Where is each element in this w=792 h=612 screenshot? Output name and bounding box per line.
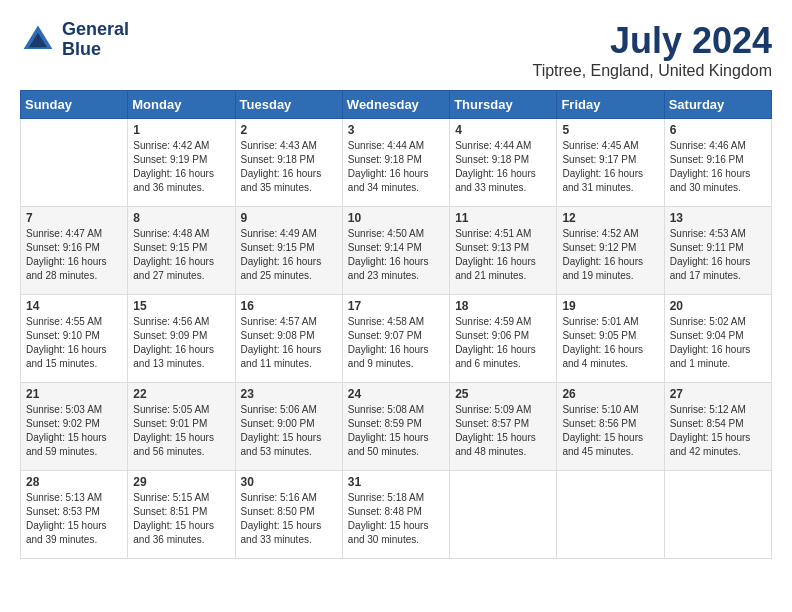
calendar-cell: 16Sunrise: 4:57 AM Sunset: 9:08 PM Dayli…	[235, 295, 342, 383]
calendar-cell: 22Sunrise: 5:05 AM Sunset: 9:01 PM Dayli…	[128, 383, 235, 471]
col-wednesday: Wednesday	[342, 91, 449, 119]
calendar-cell: 1Sunrise: 4:42 AM Sunset: 9:19 PM Daylig…	[128, 119, 235, 207]
cell-info: Sunrise: 4:57 AM Sunset: 9:08 PM Dayligh…	[241, 315, 337, 371]
day-number: 19	[562, 299, 658, 313]
day-number: 27	[670, 387, 766, 401]
calendar-cell: 28Sunrise: 5:13 AM Sunset: 8:53 PM Dayli…	[21, 471, 128, 559]
col-friday: Friday	[557, 91, 664, 119]
cell-info: Sunrise: 5:05 AM Sunset: 9:01 PM Dayligh…	[133, 403, 229, 459]
day-number: 1	[133, 123, 229, 137]
calendar-body: 1Sunrise: 4:42 AM Sunset: 9:19 PM Daylig…	[21, 119, 772, 559]
calendar-cell: 31Sunrise: 5:18 AM Sunset: 8:48 PM Dayli…	[342, 471, 449, 559]
cell-info: Sunrise: 4:51 AM Sunset: 9:13 PM Dayligh…	[455, 227, 551, 283]
cell-info: Sunrise: 4:47 AM Sunset: 9:16 PM Dayligh…	[26, 227, 122, 283]
cell-info: Sunrise: 4:58 AM Sunset: 9:07 PM Dayligh…	[348, 315, 444, 371]
calendar-cell: 21Sunrise: 5:03 AM Sunset: 9:02 PM Dayli…	[21, 383, 128, 471]
title-area: July 2024 Tiptree, England, United Kingd…	[532, 20, 772, 80]
cell-info: Sunrise: 4:52 AM Sunset: 9:12 PM Dayligh…	[562, 227, 658, 283]
cell-info: Sunrise: 4:42 AM Sunset: 9:19 PM Dayligh…	[133, 139, 229, 195]
calendar-cell: 8Sunrise: 4:48 AM Sunset: 9:15 PM Daylig…	[128, 207, 235, 295]
col-monday: Monday	[128, 91, 235, 119]
cell-info: Sunrise: 4:53 AM Sunset: 9:11 PM Dayligh…	[670, 227, 766, 283]
cell-info: Sunrise: 5:18 AM Sunset: 8:48 PM Dayligh…	[348, 491, 444, 547]
calendar-cell: 19Sunrise: 5:01 AM Sunset: 9:05 PM Dayli…	[557, 295, 664, 383]
cell-info: Sunrise: 5:03 AM Sunset: 9:02 PM Dayligh…	[26, 403, 122, 459]
logo-icon	[20, 22, 56, 58]
cell-info: Sunrise: 4:50 AM Sunset: 9:14 PM Dayligh…	[348, 227, 444, 283]
calendar-cell: 23Sunrise: 5:06 AM Sunset: 9:00 PM Dayli…	[235, 383, 342, 471]
calendar-cell: 18Sunrise: 4:59 AM Sunset: 9:06 PM Dayli…	[450, 295, 557, 383]
day-number: 15	[133, 299, 229, 313]
cell-info: Sunrise: 4:59 AM Sunset: 9:06 PM Dayligh…	[455, 315, 551, 371]
location-subtitle: Tiptree, England, United Kingdom	[532, 62, 772, 80]
calendar-cell: 30Sunrise: 5:16 AM Sunset: 8:50 PM Dayli…	[235, 471, 342, 559]
calendar-cell: 9Sunrise: 4:49 AM Sunset: 9:15 PM Daylig…	[235, 207, 342, 295]
day-number: 18	[455, 299, 551, 313]
calendar-cell	[557, 471, 664, 559]
cell-info: Sunrise: 5:13 AM Sunset: 8:53 PM Dayligh…	[26, 491, 122, 547]
cell-info: Sunrise: 5:01 AM Sunset: 9:05 PM Dayligh…	[562, 315, 658, 371]
day-number: 31	[348, 475, 444, 489]
calendar-cell: 24Sunrise: 5:08 AM Sunset: 8:59 PM Dayli…	[342, 383, 449, 471]
col-thursday: Thursday	[450, 91, 557, 119]
cell-info: Sunrise: 5:10 AM Sunset: 8:56 PM Dayligh…	[562, 403, 658, 459]
week-row-1: 1Sunrise: 4:42 AM Sunset: 9:19 PM Daylig…	[21, 119, 772, 207]
day-number: 17	[348, 299, 444, 313]
calendar-cell: 6Sunrise: 4:46 AM Sunset: 9:16 PM Daylig…	[664, 119, 771, 207]
calendar-cell: 3Sunrise: 4:44 AM Sunset: 9:18 PM Daylig…	[342, 119, 449, 207]
cell-info: Sunrise: 4:46 AM Sunset: 9:16 PM Dayligh…	[670, 139, 766, 195]
day-number: 10	[348, 211, 444, 225]
col-saturday: Saturday	[664, 91, 771, 119]
cell-info: Sunrise: 5:06 AM Sunset: 9:00 PM Dayligh…	[241, 403, 337, 459]
week-row-3: 14Sunrise: 4:55 AM Sunset: 9:10 PM Dayli…	[21, 295, 772, 383]
day-number: 5	[562, 123, 658, 137]
week-row-2: 7Sunrise: 4:47 AM Sunset: 9:16 PM Daylig…	[21, 207, 772, 295]
cell-info: Sunrise: 5:02 AM Sunset: 9:04 PM Dayligh…	[670, 315, 766, 371]
day-number: 29	[133, 475, 229, 489]
calendar-cell: 26Sunrise: 5:10 AM Sunset: 8:56 PM Dayli…	[557, 383, 664, 471]
calendar-cell: 5Sunrise: 4:45 AM Sunset: 9:17 PM Daylig…	[557, 119, 664, 207]
day-number: 21	[26, 387, 122, 401]
calendar-cell: 25Sunrise: 5:09 AM Sunset: 8:57 PM Dayli…	[450, 383, 557, 471]
cell-info: Sunrise: 5:09 AM Sunset: 8:57 PM Dayligh…	[455, 403, 551, 459]
day-number: 11	[455, 211, 551, 225]
calendar-cell: 12Sunrise: 4:52 AM Sunset: 9:12 PM Dayli…	[557, 207, 664, 295]
day-number: 23	[241, 387, 337, 401]
calendar-cell: 14Sunrise: 4:55 AM Sunset: 9:10 PM Dayli…	[21, 295, 128, 383]
cell-info: Sunrise: 4:55 AM Sunset: 9:10 PM Dayligh…	[26, 315, 122, 371]
day-number: 13	[670, 211, 766, 225]
calendar-cell: 4Sunrise: 4:44 AM Sunset: 9:18 PM Daylig…	[450, 119, 557, 207]
month-year-title: July 2024	[532, 20, 772, 62]
cell-info: Sunrise: 4:48 AM Sunset: 9:15 PM Dayligh…	[133, 227, 229, 283]
day-number: 28	[26, 475, 122, 489]
day-number: 8	[133, 211, 229, 225]
day-number: 7	[26, 211, 122, 225]
calendar-cell: 13Sunrise: 4:53 AM Sunset: 9:11 PM Dayli…	[664, 207, 771, 295]
cell-info: Sunrise: 5:16 AM Sunset: 8:50 PM Dayligh…	[241, 491, 337, 547]
col-sunday: Sunday	[21, 91, 128, 119]
cell-info: Sunrise: 5:15 AM Sunset: 8:51 PM Dayligh…	[133, 491, 229, 547]
day-number: 25	[455, 387, 551, 401]
cell-info: Sunrise: 4:44 AM Sunset: 9:18 PM Dayligh…	[348, 139, 444, 195]
cell-info: Sunrise: 5:08 AM Sunset: 8:59 PM Dayligh…	[348, 403, 444, 459]
day-number: 4	[455, 123, 551, 137]
cell-info: Sunrise: 4:56 AM Sunset: 9:09 PM Dayligh…	[133, 315, 229, 371]
day-number: 26	[562, 387, 658, 401]
logo: General Blue	[20, 20, 129, 60]
day-number: 30	[241, 475, 337, 489]
calendar-cell: 2Sunrise: 4:43 AM Sunset: 9:18 PM Daylig…	[235, 119, 342, 207]
day-number: 9	[241, 211, 337, 225]
calendar-cell	[21, 119, 128, 207]
cell-info: Sunrise: 4:49 AM Sunset: 9:15 PM Dayligh…	[241, 227, 337, 283]
col-tuesday: Tuesday	[235, 91, 342, 119]
calendar-cell: 7Sunrise: 4:47 AM Sunset: 9:16 PM Daylig…	[21, 207, 128, 295]
calendar-header-row: Sunday Monday Tuesday Wednesday Thursday…	[21, 91, 772, 119]
calendar-cell: 10Sunrise: 4:50 AM Sunset: 9:14 PM Dayli…	[342, 207, 449, 295]
calendar-table: Sunday Monday Tuesday Wednesday Thursday…	[20, 90, 772, 559]
calendar-cell	[450, 471, 557, 559]
day-number: 22	[133, 387, 229, 401]
day-number: 3	[348, 123, 444, 137]
day-number: 2	[241, 123, 337, 137]
calendar-cell: 15Sunrise: 4:56 AM Sunset: 9:09 PM Dayli…	[128, 295, 235, 383]
cell-info: Sunrise: 5:12 AM Sunset: 8:54 PM Dayligh…	[670, 403, 766, 459]
